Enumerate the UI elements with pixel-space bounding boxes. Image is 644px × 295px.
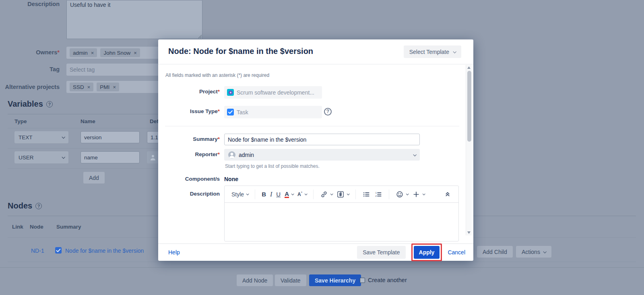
variables-col-name: Name [80, 118, 95, 124]
add-node-button[interactable]: Add Node [237, 274, 273, 286]
svg-text:1: 1 [375, 191, 376, 194]
project-tag: SSD× [70, 83, 93, 91]
app-screen: Description Useful to have it Owners* ad… [0, 0, 644, 295]
variable-type-select[interactable]: USER [14, 151, 68, 163]
help-icon[interactable]: ? [46, 101, 53, 107]
save-template-button[interactable]: Save Template [357, 246, 405, 259]
resize-handle-icon[interactable] [198, 35, 202, 39]
modal-scrollbar[interactable] [466, 65, 472, 235]
chevron-down-icon [246, 192, 249, 195]
close-icon[interactable]: × [87, 84, 91, 90]
attachment-icon[interactable] [334, 190, 351, 198]
owner-tag: John Snow× [100, 48, 140, 57]
chevron-down-icon [413, 153, 416, 156]
nodes-col-link: Link [12, 224, 23, 230]
chevron-down-icon [62, 155, 65, 159]
save-hierarchy-button[interactable]: Save Hierarchy [309, 274, 361, 286]
cancel-link[interactable]: Cancel [448, 249, 465, 256]
issue-type-label: Issue Type* [161, 108, 220, 114]
apply-button[interactable]: Apply [414, 246, 440, 259]
insert-more-icon[interactable] [410, 190, 427, 198]
node-checkbox[interactable] [55, 247, 62, 254]
help-link[interactable]: Help [168, 249, 180, 256]
bold-icon[interactable]: B [260, 191, 268, 198]
description-label: Description [0, 1, 60, 7]
svg-text:2: 2 [375, 194, 376, 197]
chevron-down-icon [406, 192, 409, 195]
variable-type-select[interactable]: TEXT [14, 131, 68, 143]
summary-label: Summary* [161, 136, 220, 142]
chevron-down-icon [453, 50, 456, 53]
components-value: None [224, 176, 238, 182]
close-icon[interactable]: × [113, 84, 116, 90]
chevron-down-icon [543, 250, 546, 253]
required-fields-note: All fields marked with an asterisk (*) a… [165, 72, 269, 78]
chevron-down-icon [423, 192, 425, 195]
node-dialog: Node: Node for $name in the $version Sel… [158, 39, 473, 261]
description-editor: Style B I U A A° [224, 186, 459, 241]
variables-col-default: Def [150, 118, 159, 124]
owner-tag: admin× [70, 48, 97, 57]
create-another-label: Create another [368, 277, 407, 283]
dialog-header: Node: Node for $name in the $version Sel… [158, 39, 473, 64]
background-color-icon[interactable]: A° [295, 191, 309, 197]
chevron-down-icon [347, 192, 350, 195]
chevron-down-icon [291, 192, 294, 195]
add-variable-button[interactable]: Add [83, 172, 105, 184]
chevron-down-icon [62, 135, 65, 138]
collapse-toolbar-icon[interactable] [444, 190, 451, 199]
text-color-icon[interactable]: A [283, 191, 295, 198]
tag-label: Tag [0, 66, 60, 72]
actions-button[interactable]: Actions [516, 246, 551, 258]
alternative-projects-label: Alternative projects [0, 84, 60, 90]
close-icon[interactable]: × [134, 50, 137, 56]
components-label: Component/s [161, 176, 220, 182]
user-avatar-icon [228, 151, 235, 159]
nodes-col-summary: Summary [56, 224, 81, 230]
add-child-button[interactable]: Add Child [477, 246, 513, 258]
close-icon[interactable]: × [91, 50, 94, 56]
style-dropdown[interactable]: Style [229, 191, 250, 198]
nodes-col-node: Node [30, 224, 43, 230]
node-summary-link[interactable]: Node for $name in the $version [65, 248, 144, 254]
owners-label: Owners* [0, 49, 60, 56]
summary-input[interactable] [224, 134, 420, 145]
description-label: Description [161, 191, 220, 197]
dialog-footer: Help Save Template Apply Cancel [158, 243, 473, 261]
project-label: Project* [161, 89, 220, 95]
apply-highlight-annotation: Apply [411, 243, 442, 261]
numbered-list-icon[interactable]: 12 [372, 190, 384, 198]
editor-body[interactable] [225, 203, 458, 241]
validate-button[interactable]: Validate [275, 274, 306, 286]
chevron-down-icon [305, 192, 308, 195]
reporter-select[interactable]: admin [224, 149, 420, 161]
node-key-link[interactable]: ND-1 [31, 248, 44, 254]
help-icon[interactable]: ? [35, 203, 42, 209]
description-textarea[interactable]: Useful to have it [66, 0, 202, 39]
variables-heading: Variables? [8, 99, 53, 109]
create-another-checkbox[interactable] [360, 278, 365, 283]
nodes-heading: Nodes? [8, 201, 42, 210]
variable-name-input[interactable] [80, 131, 140, 143]
scroll-up-icon[interactable] [467, 66, 471, 69]
bullet-list-icon[interactable] [360, 190, 372, 198]
reporter-label: Reporter* [161, 151, 220, 157]
scroll-down-icon[interactable] [467, 231, 471, 234]
editor-toolbar: Style B I U A A° [225, 186, 458, 203]
help-icon[interactable]: ? [324, 108, 332, 116]
emoji-icon[interactable] [394, 190, 410, 198]
project-field: Scrum software development... [224, 86, 322, 99]
underline-icon[interactable]: U [274, 191, 283, 198]
user-avatar-icon [147, 151, 159, 163]
project-avatar-icon [227, 89, 234, 96]
scrollbar-thumb[interactable] [467, 71, 471, 142]
italic-icon[interactable]: I [268, 191, 274, 198]
project-tag: PMI× [97, 83, 119, 91]
variable-name-input[interactable] [80, 151, 140, 163]
reporter-hint: Start typing to get a list of possible m… [225, 163, 320, 169]
dialog-title: Node: Node for $name in the $version [168, 47, 313, 56]
select-template-button[interactable]: Select Template [404, 45, 461, 58]
task-icon [227, 109, 234, 116]
variables-col-type: Type [14, 118, 27, 124]
link-icon[interactable] [318, 190, 334, 198]
